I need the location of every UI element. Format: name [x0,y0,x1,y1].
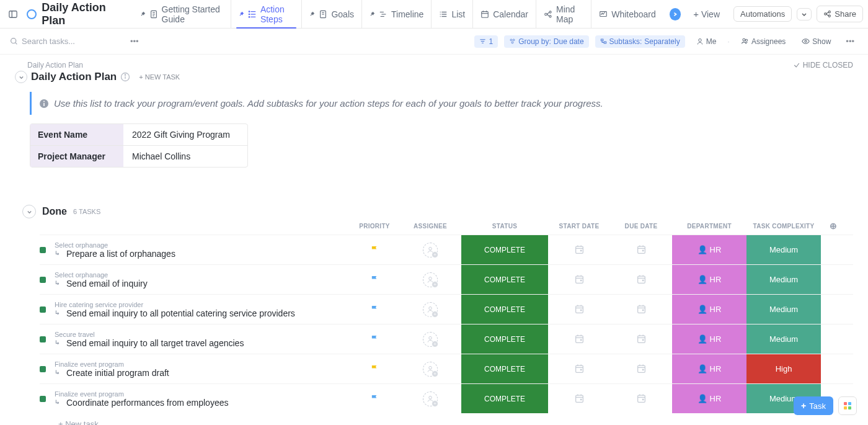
assignee-add[interactable]: + [423,332,438,347]
start-date-cell[interactable] [548,324,610,354]
hide-closed-button[interactable]: HIDE CLOSED [793,61,853,69]
task-row[interactable]: Select orphanage Prepare a list of orpha… [40,235,853,264]
due-date-cell[interactable] [610,235,672,264]
complexity-cell[interactable]: Medium [746,324,821,354]
tab-getting-started[interactable]: Getting Started Guide [133,0,231,28]
filter-chip[interactable]: 1 [474,35,498,48]
status-cell[interactable]: COMPLETE [461,265,548,294]
task-name-cell[interactable]: Select orphanage Send email of inquiry [40,265,350,294]
status-cell[interactable]: COMPLETE [461,235,548,264]
group-collapse-button[interactable] [22,205,36,218]
tab-list[interactable]: List [432,0,473,28]
col-assignee[interactable]: ASSIGNEE [399,223,461,230]
start-date-cell[interactable] [548,354,610,383]
assignee-add[interactable]: + [423,391,438,406]
task-name-cell[interactable]: Select orphanage Prepare a list of orpha… [40,235,350,264]
col-due-date[interactable]: DUE DATE [610,223,672,230]
task-row[interactable]: Hire catering service provider Send emai… [40,294,853,324]
department-cell[interactable]: 👤HR [672,265,746,294]
status-indicator[interactable] [40,306,46,313]
col-priority[interactable]: PRIORITY [350,223,399,230]
assignee-add[interactable]: + [423,272,438,287]
status-indicator[interactable] [40,366,46,372]
task-row[interactable]: Finalize event program Coordinate perfor… [40,383,853,413]
assignee-cell[interactable]: + [399,384,461,413]
automations-dropdown[interactable] [797,8,812,20]
start-date-cell[interactable] [548,295,610,324]
assignee-add[interactable]: + [423,302,438,317]
department-cell[interactable]: 👤HR [672,235,746,264]
me-chip[interactable]: Me [691,35,722,48]
add-view-button[interactable]: +View [687,9,726,19]
tab-timeline[interactable]: Timeline [362,0,432,28]
department-cell[interactable]: 👤HR [672,324,746,354]
new-task-row[interactable]: + New task [40,413,853,425]
col-status[interactable]: STATUS [461,223,548,230]
priority-cell[interactable] [350,354,399,383]
tab-whiteboard[interactable]: Whiteboard [591,0,663,28]
add-column-button[interactable]: ⊕ [821,221,846,231]
status-indicator[interactable] [40,396,46,402]
toolbar-more-icon[interactable]: ••• [842,34,858,48]
sidebar-toggle-icon[interactable] [5,6,21,23]
task-name-cell[interactable]: Finalize event program Create initial pr… [40,354,350,383]
start-date-cell[interactable] [548,235,610,264]
assignee-add[interactable]: + [423,243,438,257]
col-department[interactable]: DEPARTMENT [672,223,746,230]
priority-cell[interactable] [350,324,399,354]
status-indicator[interactable] [40,336,46,342]
due-date-cell[interactable] [610,295,672,324]
department-cell[interactable]: 👤HR [672,295,746,324]
task-name-cell[interactable]: Secure travel Send email inquiry to all … [40,324,350,354]
subtasks-chip[interactable]: Subtasks: Separately [595,35,685,48]
assignee-cell[interactable]: + [399,354,461,383]
task-name-cell[interactable]: Hire catering service provider Send emai… [40,295,350,324]
tab-mind-map[interactable]: Mind Map [536,0,591,28]
tab-action-steps[interactable]: Action Steps [231,0,303,28]
search-input[interactable]: Search tasks... [10,37,122,46]
due-date-cell[interactable] [610,265,672,294]
due-date-cell[interactable] [610,324,672,354]
apps-fab[interactable] [838,396,857,415]
new-task-header-button[interactable]: + NEW TASK [139,73,180,81]
group-by-chip[interactable]: Group by: Due date [504,35,588,48]
assignee-cell[interactable]: + [399,295,461,324]
priority-cell[interactable] [350,265,399,294]
list-circle-icon[interactable] [24,6,40,23]
new-task-fab[interactable]: + Task [794,396,833,415]
complexity-cell[interactable]: High [746,354,821,383]
complexity-cell[interactable]: Medium [746,295,821,324]
task-name-cell[interactable]: Finalize event program Coordinate perfor… [40,384,350,413]
status-cell[interactable]: COMPLETE [461,295,548,324]
more-views-button[interactable] [670,8,681,20]
col-complexity[interactable]: TASK COMPLEXITY [746,223,821,230]
complexity-cell[interactable]: Medium [746,265,821,294]
task-row[interactable]: Finalize event program Create initial pr… [40,354,853,383]
task-row[interactable]: Secure travel Send email inquiry to all … [40,324,853,354]
assignee-cell[interactable]: + [399,235,461,264]
due-date-cell[interactable] [610,354,672,383]
assignees-chip[interactable]: Assignees [736,35,790,48]
complexity-cell[interactable]: Medium [746,235,821,264]
start-date-cell[interactable] [548,384,610,413]
priority-cell[interactable] [350,295,399,324]
priority-cell[interactable] [350,235,399,264]
tab-goals[interactable]: Goals [302,0,362,28]
status-cell[interactable]: COMPLETE [461,324,548,354]
status-cell[interactable]: COMPLETE [461,354,548,383]
department-cell[interactable]: 👤HR [672,354,746,383]
department-cell[interactable]: 👤HR [672,384,746,413]
task-row[interactable]: Select orphanage Send email of inquiry +… [40,264,853,294]
due-date-cell[interactable] [610,384,672,413]
automations-button[interactable]: Automations [733,6,792,22]
status-indicator[interactable] [40,277,46,283]
status-cell[interactable]: COMPLETE [461,384,548,413]
assignee-cell[interactable]: + [399,324,461,354]
tab-calendar[interactable]: Calendar [473,0,536,28]
list-collapse-button[interactable] [15,71,27,83]
share-button[interactable]: Share [817,6,863,22]
assignee-add[interactable]: + [423,362,438,377]
start-date-cell[interactable] [548,265,610,294]
priority-cell[interactable] [350,384,399,413]
info-icon[interactable] [120,72,130,82]
